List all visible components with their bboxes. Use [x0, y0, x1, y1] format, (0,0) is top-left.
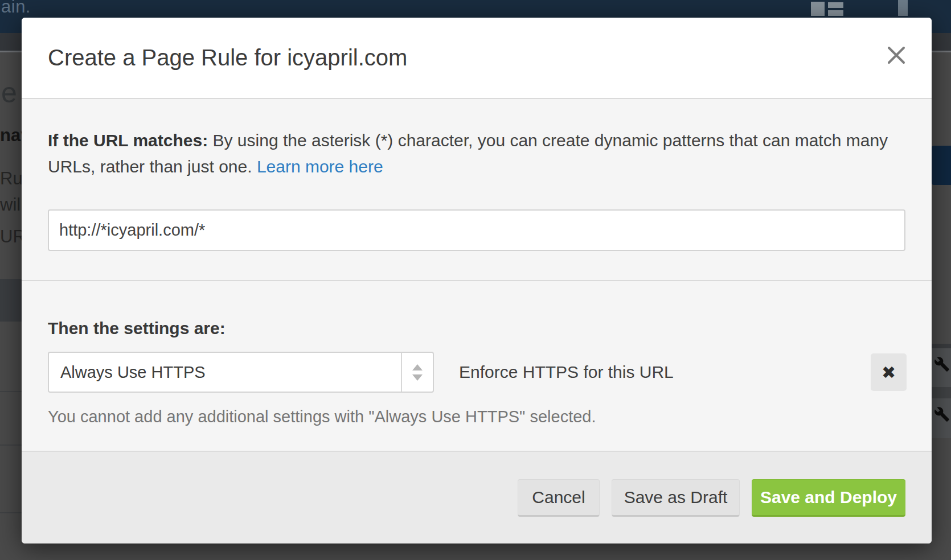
background-row-divider	[932, 387, 951, 398]
background-button-fragment	[932, 146, 951, 185]
background-row-divider	[0, 391, 22, 392]
modal-title: Create a Page Rule for icyapril.com	[48, 45, 407, 71]
background-text-fragment: will	[0, 195, 24, 215]
background-text-fragment: Ru	[0, 168, 23, 189]
close-button[interactable]	[886, 46, 907, 66]
setting-select-value: Always Use HTTPS	[49, 363, 401, 382]
save-and-deploy-button[interactable]: Save and Deploy	[752, 479, 905, 517]
background-text-fragment: e	[1, 76, 17, 109]
cancel-button[interactable]: Cancel	[518, 479, 600, 517]
setting-row: Always Use HTTPS Enforce HTTPS for this …	[22, 352, 932, 393]
news-icon-bar	[828, 2, 843, 8]
section-divider	[22, 280, 932, 281]
modal-header: Create a Page Rule for icyapril.com	[22, 18, 932, 99]
background-topbar-text: ain.	[1, 0, 31, 17]
wrench-icon	[934, 356, 950, 372]
setting-description: Enforce HTTPS for this URL	[459, 352, 674, 393]
create-page-rule-modal: Create a Page Rule for icyapril.com If t…	[22, 18, 932, 543]
background-row-divider	[0, 444, 22, 446]
topbar-icon-fragment	[898, 0, 908, 16]
url-match-label: If the URL matches:	[48, 131, 208, 150]
setting-hint: You cannot add any additional settings w…	[48, 407, 596, 426]
background-table-header-fragment	[0, 279, 22, 322]
news-icon-bar	[828, 10, 843, 16]
url-match-description: If the URL matches: By using the asteris…	[48, 127, 891, 180]
wrench-icon	[934, 406, 950, 422]
url-pattern-input[interactable]	[48, 209, 905, 251]
close-icon	[887, 46, 906, 67]
chevron-up-icon	[412, 364, 423, 370]
save-as-draft-button[interactable]: Save as Draft	[612, 479, 740, 517]
remove-x-icon: ✖	[882, 363, 896, 382]
select-spinner-icon	[401, 353, 433, 392]
news-icon	[811, 2, 825, 16]
modal-footer: Cancel Save as Draft Save and Deploy	[22, 451, 932, 543]
setting-select[interactable]: Always Use HTTPS	[48, 352, 434, 393]
background-row-divider	[932, 344, 951, 348]
learn-more-link[interactable]: Learn more here	[257, 157, 383, 176]
remove-setting-button[interactable]: ✖	[871, 353, 907, 391]
settings-heading: Then the settings are:	[48, 319, 226, 338]
background-row-divider	[0, 512, 22, 513]
chevron-down-icon	[412, 374, 423, 381]
